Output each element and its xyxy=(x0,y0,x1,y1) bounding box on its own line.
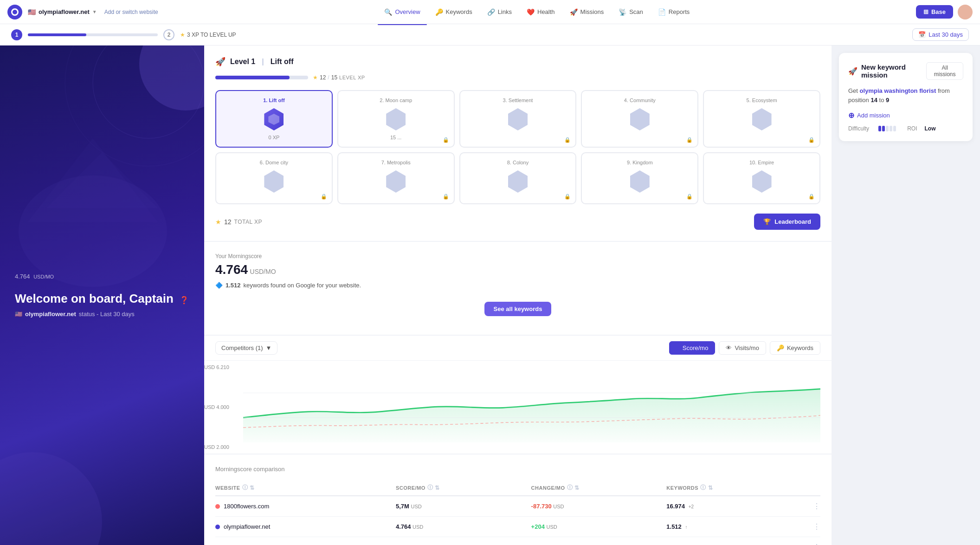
morningscore-value: 4.764 xyxy=(215,262,248,277)
hero-subtitle: 🇺🇸 olympiaflower.net status - Last 30 da… xyxy=(15,311,189,318)
nav-item-links-label: Links xyxy=(498,8,512,15)
website-sort-icon[interactable]: ⇅ xyxy=(250,485,255,491)
stage-card-5[interactable]: 5. Ecosystem 🔒 xyxy=(703,90,820,148)
progress-step-2: 2 xyxy=(163,29,174,40)
kw-val-2: 1.512 xyxy=(666,523,682,530)
change-unit-2: USD xyxy=(547,524,557,530)
score-section: Your Morningscore 4.764 USD/MO 🔷 1.512 k… xyxy=(204,242,832,335)
all-missions-button[interactable]: All missions xyxy=(926,62,963,80)
hex-shape-2 xyxy=(386,108,406,130)
keywords-sort-icon[interactable]: ⇅ xyxy=(708,485,713,491)
comparison-title: Morningscore comparison xyxy=(215,466,820,473)
score-info-icon[interactable]: ⓘ xyxy=(427,484,433,492)
website-info-icon[interactable]: ⓘ xyxy=(242,484,248,492)
nav-item-overview[interactable]: 🔍 Overview xyxy=(378,6,426,19)
competitors-dropdown[interactable]: Competitors (1) ▼ xyxy=(215,341,277,355)
site-dot-2 xyxy=(215,525,220,529)
hex-inner-1 xyxy=(268,114,279,125)
hex-shape-5 xyxy=(752,108,772,130)
add-mission-label: Add mission xyxy=(857,112,890,119)
add-switch-link[interactable]: Add or switch website xyxy=(104,9,158,15)
nav-item-scan[interactable]: 📡 Scan xyxy=(612,6,650,19)
last30-button[interactable]: 📅 Last 30 days xyxy=(912,28,969,41)
question-icon: ❓ xyxy=(180,296,189,304)
keyword-dot-icon: 🔷 xyxy=(215,282,223,289)
stage-7-name: 7. Metropolis xyxy=(343,160,449,165)
xp-to-level-text: 3 XP TO LEVEL UP xyxy=(187,32,236,38)
stage-card-7[interactable]: 7. Metropolis 🔒 xyxy=(337,152,455,204)
table-row-2: olympiaflower.net 4.764 USD +204 USD 1.5… xyxy=(215,517,820,537)
level-footer: ★ 12 TOTAL XP 🏆 Leaderboard xyxy=(215,214,820,230)
lock-icon-3: 🔒 xyxy=(564,137,571,143)
current-xp: 12 xyxy=(320,74,326,81)
hex-shape-4 xyxy=(630,108,650,130)
logo[interactable] xyxy=(7,5,22,19)
level-fill xyxy=(215,76,290,79)
stage-4-name: 4. Community xyxy=(587,97,693,103)
hero-flag: 🇺🇸 xyxy=(15,311,22,318)
kw-cell-1: 16.974 +2 xyxy=(666,503,802,510)
base-button[interactable]: ⊞ Base xyxy=(916,5,953,19)
nav-item-missions[interactable]: 🚀 Missions xyxy=(563,6,611,19)
hex-shape-7 xyxy=(386,170,406,193)
nav-item-links[interactable]: 🔗 Links xyxy=(481,6,518,19)
star-icon: ★ xyxy=(180,32,185,38)
stage-8-name: 8. Colony xyxy=(465,160,571,165)
nav-item-health[interactable]: ❤️ Health xyxy=(520,6,561,19)
chart-btn-keywords-label: Keywords xyxy=(787,344,813,351)
chart-btn-score[interactable]: ● Score/mo xyxy=(669,341,716,355)
stage-card-8[interactable]: 8. Colony 🔒 xyxy=(459,152,577,204)
comparison-section: Morningscore comparison WEBSITE ⓘ ⇅ SCOR… xyxy=(204,454,832,545)
level-header: 🚀 Level 1 | Lift off xyxy=(215,57,820,67)
visits-eye-icon: 👁 xyxy=(726,344,732,351)
stage-card-6[interactable]: 6. Dome city 🔒 xyxy=(215,152,333,204)
change-sort-icon[interactable]: ⇅ xyxy=(574,485,580,491)
level-divider: | xyxy=(262,58,264,66)
stage-10-name: 10. Empire xyxy=(709,160,815,165)
chart-btn-keywords[interactable]: 🔑 Keywords xyxy=(770,341,820,355)
change-info-icon[interactable]: ⓘ xyxy=(567,484,573,492)
mission-to-pos: 9 xyxy=(886,97,889,104)
more-btn-1[interactable]: ⋮ xyxy=(802,502,820,511)
morningscore-label: Your Morningscore xyxy=(215,253,820,260)
mission-description: Get olympia washington florist from posi… xyxy=(848,86,963,104)
stage-card-3[interactable]: 3. Settlement 🔒 xyxy=(459,90,577,148)
more-btn-3[interactable]: ⋮ xyxy=(802,543,820,545)
score-sort-icon[interactable]: ⇅ xyxy=(435,485,440,491)
hero-site: olympiaflower.net xyxy=(25,311,76,318)
see-all-keywords-button[interactable]: See all keywords xyxy=(484,302,552,316)
mission-from-pos: 14 xyxy=(870,97,877,104)
nav-items: 🔍 Overview 🔑 Keywords 🔗 Links ❤️ Health … xyxy=(158,6,916,19)
site-selector[interactable]: 🇺🇸 olympiaflower.net ▼ xyxy=(28,8,97,16)
mission-header: 🚀 New keyword mission All missions xyxy=(848,62,963,80)
leaderboard-button[interactable]: 🏆 Leaderboard xyxy=(754,214,820,230)
user-avatar[interactable] xyxy=(958,5,973,19)
stage-card-9[interactable]: 9. Kingdom 🔒 xyxy=(581,152,698,204)
stage-6-hex xyxy=(264,170,284,193)
nav-item-reports[interactable]: 📄 Reports xyxy=(651,6,696,19)
hex-shape-1 xyxy=(264,108,284,130)
stage-card-2[interactable]: 2. Moon camp 15 ... 🔒 xyxy=(337,90,455,148)
change-unit-1: USD xyxy=(553,504,564,509)
level-subtitle: Lift off xyxy=(271,58,294,66)
keywords-info-icon[interactable]: ⓘ xyxy=(700,484,706,492)
nav-item-keywords[interactable]: 🔑 Keywords xyxy=(429,6,479,19)
chart-svg xyxy=(243,368,820,442)
keywords-chart-icon: 🔑 xyxy=(777,344,784,351)
main-layout: 4.764 USD/MO Welcome on board, Captain ❓… xyxy=(0,45,980,545)
stage-card-4[interactable]: 4. Community 🔒 xyxy=(581,90,698,148)
stage-2-hex xyxy=(386,108,406,131)
more-btn-2[interactable]: ⋮ xyxy=(802,522,820,531)
reports-icon: 📄 xyxy=(658,8,666,16)
add-mission-button[interactable]: ⊕ Add mission xyxy=(848,111,963,120)
stage-9-hex xyxy=(630,170,650,193)
hero-status: status - Last 30 days xyxy=(79,311,135,318)
score-cell-2: 4.764 USD xyxy=(396,523,531,530)
chart-btn-visits[interactable]: 👁 Visits/mo xyxy=(719,341,766,355)
links-icon: 🔗 xyxy=(487,8,495,16)
morningscore-unit: USD/MO xyxy=(250,268,276,275)
stage-card-10[interactable]: 10. Empire 🔒 xyxy=(703,152,820,204)
site-name-2: olympiaflower.net xyxy=(224,523,270,530)
stage-card-1[interactable]: 1. Lift off 0 XP xyxy=(215,90,333,148)
mission-rocket-icon: 🚀 xyxy=(848,67,858,76)
